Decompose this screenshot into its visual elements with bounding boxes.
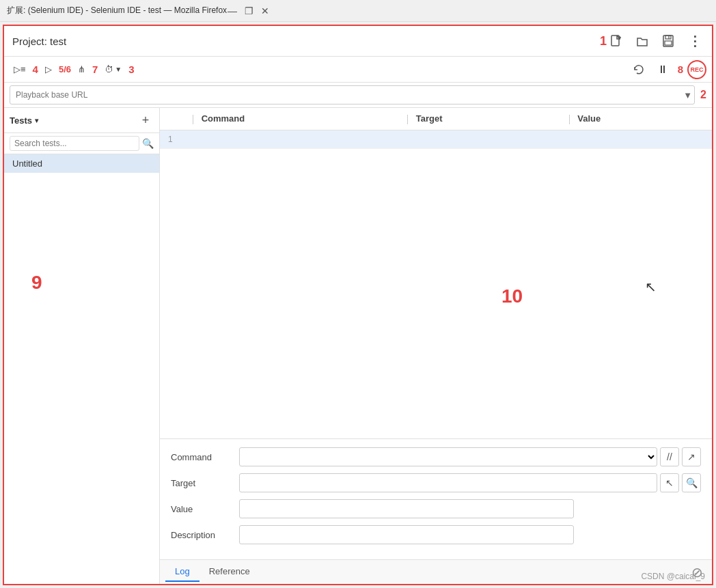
label-1: 1 bbox=[600, 34, 607, 48]
discard-btn[interactable] bbox=[629, 60, 649, 79]
select-icon: ↖ bbox=[665, 477, 674, 488]
value-row: Value bbox=[171, 499, 701, 518]
command-select[interactable] bbox=[239, 447, 657, 466]
search-tests-icon[interactable]: 🔍 bbox=[142, 138, 154, 149]
project-prefix: Project: bbox=[12, 36, 50, 47]
open-icon: ↗ bbox=[687, 451, 696, 462]
tests-sidebar: Tests ▾ + 🔍 Untitled 9 bbox=[4, 108, 160, 584]
pause-btn[interactable]: ⏸ bbox=[653, 60, 672, 79]
table-body: 1 bbox=[160, 130, 712, 148]
svg-rect-5 bbox=[665, 41, 672, 45]
row-target bbox=[399, 130, 560, 148]
description-input[interactable] bbox=[239, 525, 574, 544]
comment-btn[interactable]: // bbox=[660, 447, 679, 466]
value-input-wrapper bbox=[239, 499, 701, 518]
open-project-btn[interactable] bbox=[633, 31, 652, 51]
toolbar-right: ⏸ 8 REC bbox=[629, 60, 706, 79]
browser-controls: — ❐ ✕ bbox=[227, 5, 271, 16]
label-3: 3 bbox=[128, 64, 134, 75]
row-command bbox=[184, 130, 399, 148]
browser-title: 扩展: (Selenium IDE) - Selenium IDE - test… bbox=[7, 5, 227, 16]
save-project-btn[interactable] bbox=[659, 31, 678, 51]
open-command-btn[interactable]: ↗ bbox=[682, 447, 701, 466]
find-icon: 🔍 bbox=[686, 477, 698, 488]
run-current-btn[interactable]: ▷ bbox=[41, 60, 56, 79]
watermark: CSDN @caicai_9 bbox=[641, 572, 705, 581]
record-btn[interactable]: REC bbox=[687, 60, 706, 79]
target-input[interactable] bbox=[239, 473, 657, 492]
label-8: 8 bbox=[678, 64, 683, 75]
run-all-group: ▷≡ 4 bbox=[10, 60, 38, 79]
description-input-wrapper bbox=[239, 525, 701, 544]
playback-url-input[interactable] bbox=[10, 85, 695, 104]
add-test-btn[interactable]: + bbox=[137, 112, 154, 128]
value-field-label: Value bbox=[171, 504, 232, 514]
label-56: 5/6 bbox=[59, 64, 71, 74]
right-panel: Command Target Value bbox=[160, 108, 712, 584]
run-current-group: ▷ 5/6 bbox=[41, 60, 71, 79]
target-row: Target ↖ 🔍 bbox=[171, 473, 701, 492]
bottom-tabs: Log Reference ⊘ bbox=[160, 559, 712, 584]
toolbar: ▷≡ 4 ▷ 5/6 ⋔ 7 ⏱ ▼ 3 bbox=[4, 57, 712, 83]
th-num bbox=[160, 108, 184, 130]
comment-icon: // bbox=[667, 451, 672, 462]
more-options-btn[interactable]: ⋮ bbox=[685, 31, 704, 51]
log-tab[interactable]: Log bbox=[165, 562, 199, 582]
tests-header: Tests ▾ + bbox=[4, 108, 159, 133]
branches-group: ⋔ 7 bbox=[74, 60, 98, 79]
value-input[interactable] bbox=[239, 499, 574, 518]
target-field-label: Target bbox=[171, 478, 232, 488]
command-editor: Command // ↗ Target bbox=[160, 438, 712, 559]
new-project-btn[interactable] bbox=[607, 31, 626, 51]
rec-label: REC bbox=[690, 66, 703, 73]
maximize-btn[interactable]: ❐ bbox=[243, 5, 254, 16]
table-row[interactable]: 1 bbox=[160, 130, 712, 148]
run-all-btn[interactable]: ▷≡ bbox=[10, 60, 30, 79]
th-target: Target bbox=[399, 108, 560, 130]
row-num: 1 bbox=[160, 130, 184, 148]
table-header: Command Target Value bbox=[160, 108, 712, 130]
project-name: test bbox=[50, 36, 66, 47]
command-input-wrapper: // ↗ bbox=[239, 447, 701, 466]
tests-label: Tests bbox=[10, 115, 32, 126]
titlebar-actions: ⋮ bbox=[607, 31, 704, 51]
label-9: 9 bbox=[31, 272, 42, 294]
label-10: 10 bbox=[501, 285, 523, 307]
branches-btn[interactable]: ⋔ bbox=[74, 60, 90, 79]
app-window: Project: test 1 ⋮ ▷≡ 4 bbox=[3, 25, 713, 585]
url-bar: ▼ 2 bbox=[4, 83, 712, 108]
main-content: Tests ▾ + 🔍 Untitled 9 bbox=[4, 108, 712, 584]
url-input-wrapper: ▼ bbox=[10, 85, 695, 104]
th-command: Command bbox=[184, 108, 399, 130]
tests-title: Tests ▾ bbox=[10, 115, 137, 126]
tests-chevron-icon[interactable]: ▾ bbox=[35, 117, 38, 124]
th-value: Value bbox=[561, 108, 712, 130]
label-4: 4 bbox=[33, 64, 38, 75]
label-2: 2 bbox=[700, 89, 706, 101]
select-target-btn[interactable]: ↖ bbox=[660, 473, 679, 492]
speed-btn[interactable]: ⏱ ▼ bbox=[100, 60, 126, 79]
row-value bbox=[561, 130, 712, 148]
cursor-icon: ↖ bbox=[645, 279, 657, 295]
search-tests-input[interactable] bbox=[10, 136, 139, 151]
label-7: 7 bbox=[92, 64, 98, 75]
target-input-wrapper: ↖ 🔍 bbox=[239, 473, 701, 492]
minimize-btn[interactable]: — bbox=[227, 5, 238, 16]
url-dropdown-btn[interactable]: ▼ bbox=[683, 90, 692, 100]
reference-tab[interactable]: Reference bbox=[199, 562, 260, 582]
table-area: Command Target Value bbox=[160, 108, 712, 438]
command-field-label: Command bbox=[171, 452, 232, 462]
find-target-btn[interactable]: 🔍 bbox=[682, 473, 701, 492]
search-bar: 🔍 bbox=[4, 133, 159, 154]
browser-titlebar: 扩展: (Selenium IDE) - Selenium IDE - test… bbox=[0, 0, 716, 22]
close-btn[interactable]: ✕ bbox=[260, 5, 271, 16]
speed-group: ⏱ ▼ 3 bbox=[100, 60, 134, 79]
app-titlebar: Project: test 1 ⋮ bbox=[4, 26, 712, 57]
test-item-untitled[interactable]: Untitled bbox=[4, 154, 159, 173]
description-row: Description bbox=[171, 525, 701, 544]
command-row: Command // ↗ bbox=[171, 447, 701, 466]
app-title: Project: test bbox=[12, 36, 600, 47]
command-table: Command Target Value bbox=[160, 108, 712, 149]
description-field-label: Description bbox=[171, 530, 232, 540]
